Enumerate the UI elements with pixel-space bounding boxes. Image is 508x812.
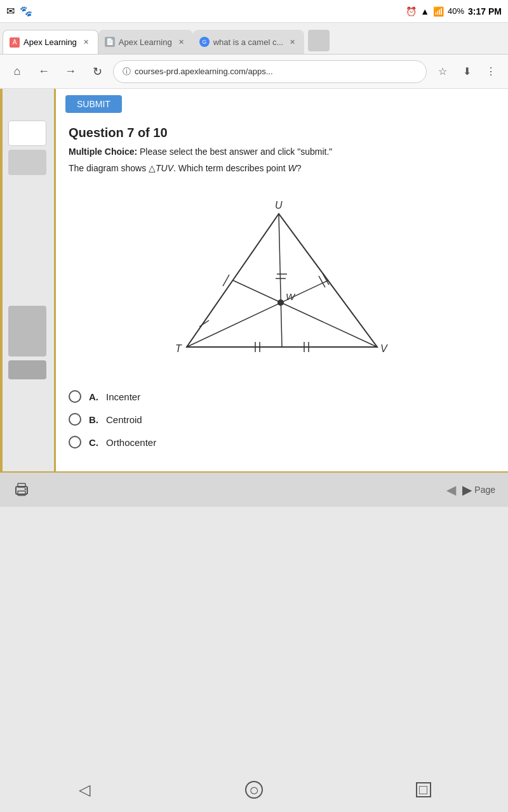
svg-line-1 [279, 214, 282, 347]
svg-line-3 [233, 280, 377, 347]
prev-arrow-icon: ◀ [446, 482, 456, 497]
question-content: Question 7 of 10 Multiple Choice: Please… [56, 119, 508, 471]
wifi-icon: ▲ [420, 6, 429, 16]
url-text: courses-prd.apexlearning.com/apps... [135, 67, 273, 76]
back-icon: ◁ [79, 781, 90, 799]
bottom-toolbar: ◀ ▶ Page [0, 471, 508, 507]
tab-apex-learning-1[interactable]: A Apex Learning ✕ [3, 30, 98, 54]
android-nav-bar: ◁ ○ □ [0, 768, 508, 812]
submit-button[interactable]: SUBMIT [65, 95, 122, 113]
address-input-bar[interactable]: ⓘ courses-prd.apexlearning.com/apps... [113, 60, 427, 83]
triangle-diagram: W U T V [161, 182, 403, 379]
print-button[interactable] [13, 481, 30, 499]
alarm-icon: ⏰ [406, 6, 417, 16]
choice-c[interactable]: C. Orthocenter [69, 436, 495, 449]
clock: 3:17 PM [468, 6, 502, 16]
main-row: SUBMIT Question 7 of 10 Multiple Choice:… [0, 89, 508, 471]
svg-text:W: W [286, 291, 296, 302]
tab3-label: what is a camel c... [213, 37, 283, 47]
choice-a-letter: A. [89, 391, 98, 402]
svg-point-22 [25, 488, 27, 490]
nav-forward-button[interactable]: → [60, 61, 81, 82]
nav-home-button[interactable]: ⌂ [6, 61, 28, 82]
signal-icon: 📶 [433, 6, 444, 16]
sidebar-item-2 [8, 150, 46, 175]
nav-refresh-button[interactable]: ↻ [86, 61, 108, 82]
bookmark-button[interactable]: ☆ [432, 61, 453, 82]
choice-b-letter: B. [89, 414, 98, 425]
page-navigation: ◀ ▶ Page [446, 482, 495, 497]
question-instruction: Please select the best answer and click … [140, 147, 332, 157]
diagram-container: W U T V [69, 182, 495, 379]
status-bar: ✉ 🐾 ⏰ ▲ 📶 40% 3:17 PM [0, 0, 508, 23]
android-home-button[interactable]: ○ [243, 778, 265, 801]
choice-a[interactable]: A. Incenter [69, 390, 495, 403]
left-sidebar [0, 89, 54, 471]
tab2-label: Apex Learning [119, 37, 172, 47]
gmail-icon: ✉ [6, 5, 15, 17]
tab-google-search[interactable]: G what is a camel c... ✕ [193, 30, 304, 54]
print-icon [13, 481, 30, 499]
next-page-button[interactable]: ▶ Page [462, 482, 495, 497]
tab3-favicon: G [199, 37, 210, 47]
choice-a-text: Incenter [106, 391, 140, 402]
tab-bar: A Apex Learning ✕ 📄 Apex Learning ✕ G wh… [0, 23, 508, 55]
question-body: The diagram shows △TUV. Which term descr… [69, 163, 302, 173]
tab2-favicon: 📄 [105, 37, 115, 47]
recent-icon: □ [416, 782, 431, 797]
choice-b-text: Centroid [106, 414, 142, 425]
page-label: Page [474, 485, 495, 495]
android-back-button[interactable]: ◁ [73, 778, 96, 801]
tab1-close[interactable]: ✕ [81, 37, 91, 48]
question-type: Multiple Choice: Please select the best … [69, 147, 495, 157]
question-type-label: Multiple Choice: [69, 147, 137, 157]
home-icon: ○ [245, 781, 263, 799]
sidebar-item-3 [8, 306, 46, 357]
svg-text:T: T [175, 343, 182, 354]
svg-text:V: V [380, 343, 388, 354]
new-tab-button[interactable] [308, 30, 330, 51]
tab1-label: Apex Learning [23, 37, 77, 47]
page-panel: SUBMIT Question 7 of 10 Multiple Choice:… [54, 89, 508, 471]
tab2-close[interactable]: ✕ [176, 37, 187, 48]
nav-back-button[interactable]: ← [33, 61, 55, 82]
below-content [0, 507, 508, 812]
sidebar-item-4 [8, 360, 46, 379]
tab3-close[interactable]: ✕ [287, 37, 298, 48]
radio-c[interactable] [69, 436, 81, 449]
question-title: Question 7 of 10 [69, 126, 495, 140]
download-button[interactable]: ⬇ [456, 61, 478, 82]
choice-c-text: Orthocenter [106, 437, 156, 448]
choice-b[interactable]: B. Centroid [69, 413, 495, 426]
secure-icon: ⓘ [123, 66, 131, 77]
prev-page-button[interactable]: ◀ [446, 482, 456, 497]
next-arrow-icon: ▶ [462, 482, 472, 497]
choice-c-letter: C. [89, 437, 98, 448]
sidebar-item-1 [8, 121, 46, 146]
radio-b[interactable] [69, 413, 81, 426]
android-recent-button[interactable]: □ [412, 778, 435, 801]
radio-a[interactable] [69, 390, 81, 403]
battery-level: 40% [448, 6, 464, 16]
address-bar: ⌂ ← → ↻ ⓘ courses-prd.apexlearning.com/a… [0, 55, 508, 89]
menu-button[interactable]: ⋮ [480, 61, 502, 82]
svg-line-9 [223, 275, 229, 286]
svg-point-4 [277, 299, 284, 306]
svg-line-2 [187, 280, 328, 347]
svg-line-10 [319, 276, 325, 287]
tab1-favicon: A [10, 37, 20, 48]
content-wrapper: SUBMIT Question 7 of 10 Multiple Choice:… [0, 89, 508, 812]
svg-text:U: U [275, 200, 283, 211]
notification-icon: 🐾 [20, 5, 32, 17]
tab-apex-learning-2[interactable]: 📄 Apex Learning ✕ [98, 30, 193, 54]
question-text: The diagram shows △TUV. Which term descr… [69, 163, 495, 173]
